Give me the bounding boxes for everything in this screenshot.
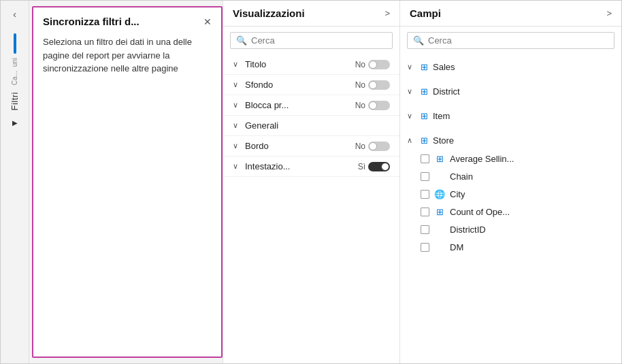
- collapse-arrow[interactable]: ‹: [10, 6, 19, 22]
- viz-item-chevron: ∨: [233, 121, 241, 130]
- toggle-track[interactable]: [368, 142, 390, 151]
- field-item-name: City: [450, 189, 465, 199]
- viz-item-chevron: ∨: [233, 60, 241, 69]
- field-checkbox[interactable]: [421, 208, 429, 216]
- toggle-knob: [381, 163, 389, 171]
- field-group-header[interactable]: ∨ ⊞ Sales: [407, 57, 615, 76]
- viz-item-toggle[interactable]: Sì: [358, 162, 390, 171]
- viz-item-chevron: ∨: [233, 101, 241, 110]
- toggle-label: Sì: [358, 162, 365, 171]
- viz-list-item[interactable]: ∨ Blocca pr... No: [223, 95, 399, 116]
- viz-list-item[interactable]: ∨ Bordo No: [223, 136, 399, 156]
- viz-item-name: Intestazio...: [245, 161, 354, 171]
- sync-panel-close-button[interactable]: ✕: [203, 16, 212, 27]
- table-icon: ⊞: [433, 205, 446, 218]
- campi-search-input[interactable]: [428, 35, 608, 46]
- field-group-header[interactable]: ∧ ⊞ Store: [407, 131, 615, 150]
- table-icon: ⊞: [418, 85, 430, 97]
- field-item[interactable]: DM: [407, 238, 615, 256]
- toggle-knob: [369, 142, 377, 150]
- toggle-track[interactable]: [368, 60, 390, 69]
- viz-list-item[interactable]: ∨ Titolo No: [223, 54, 399, 75]
- sync-panel-description: Seleziona un filtro dei dati in una dell…: [43, 35, 212, 76]
- field-group-header[interactable]: ∨ ⊞ District: [407, 82, 615, 101]
- viz-items-list: ∨ Titolo No ∨ Sfondo No: [223, 54, 399, 363]
- sync-panel-title: Sincronizza filtri d...: [43, 16, 140, 27]
- left-sidebar: ‹ uni Ca... Filtri ▶: [1, 1, 29, 363]
- toggle-track[interactable]: [368, 101, 390, 110]
- campi-panel: Campi > 🔍 ∨ ⊞ Sales ∨ ⊞ District ∨ ⊞ Ite…: [400, 1, 621, 363]
- active-indicator: [14, 33, 16, 54]
- field-group-header[interactable]: ∨ ⊞ Item: [407, 106, 615, 125]
- viz-item-chevron: ∨: [233, 142, 241, 150]
- viz-item-toggle[interactable]: No: [355, 101, 390, 110]
- field-item[interactable]: ⊞ Average Sellin...: [407, 150, 615, 167]
- toggle-knob: [369, 81, 377, 89]
- viz-search-icon: 🔍: [236, 35, 247, 46]
- viz-item-name: Blocca pr...: [245, 100, 351, 110]
- table-icon: ⊞: [433, 152, 446, 165]
- field-checkbox[interactable]: [421, 172, 429, 181]
- toggle-label: No: [355, 142, 365, 151]
- viz-list-item[interactable]: ∨ Sfondo No: [223, 75, 399, 95]
- field-checkbox[interactable]: [421, 243, 429, 252]
- viz-item-chevron: ∨: [233, 80, 241, 89]
- field-group-name: Store: [433, 135, 454, 146]
- field-item-name: Count of Ope...: [450, 207, 510, 217]
- group-chevron: ∨: [407, 87, 415, 96]
- toggle-label: No: [355, 80, 365, 90]
- expand-icon[interactable]: ▶: [12, 119, 18, 127]
- filtri-label: Filtri: [10, 92, 20, 111]
- field-checkbox[interactable]: [421, 190, 429, 199]
- group-chevron: ∨: [407, 63, 415, 71]
- main-window: ‹ uni Ca... Filtri ▶ Sincronizza filtri …: [0, 0, 622, 364]
- campi-panel-arrow[interactable]: >: [606, 8, 612, 18]
- field-group: ∨ ⊞ District: [400, 79, 621, 103]
- globe-icon: 🌐: [433, 188, 446, 200]
- viz-search-input[interactable]: [251, 35, 387, 46]
- toggle-track[interactable]: [368, 80, 390, 90]
- main-content: Visualizzazioni > 🔍 ∨ Titolo No: [223, 1, 621, 363]
- toggle-knob: [369, 101, 377, 110]
- viz-item-toggle[interactable]: No: [355, 80, 390, 90]
- campi-panel-header: Campi >: [400, 1, 621, 27]
- field-item[interactable]: ⊞ Count of Ope...: [407, 203, 615, 220]
- field-item[interactable]: 🌐 City: [407, 185, 615, 203]
- group-chevron: ∧: [407, 136, 415, 145]
- field-checkbox[interactable]: [421, 225, 429, 234]
- table-icon: ⊞: [418, 61, 430, 73]
- table-icon: ⊞: [418, 134, 430, 146]
- campi-panel-title: Campi: [410, 7, 441, 19]
- viz-list-item[interactable]: ∨ Generali: [223, 116, 399, 136]
- campi-search-icon: 🔍: [413, 35, 424, 46]
- viz-item-name: Sfondo: [245, 80, 351, 90]
- field-item[interactable]: DistrictID: [407, 220, 615, 238]
- viz-item-chevron: ∨: [233, 162, 241, 171]
- viz-panel-title: Visualizzazioni: [233, 7, 305, 19]
- toggle-label: No: [355, 101, 365, 110]
- viz-panel-header: Visualizzazioni >: [223, 1, 399, 27]
- viz-item-name: Generali: [245, 120, 390, 131]
- field-checkbox[interactable]: [421, 154, 429, 163]
- field-group-name: Sales: [433, 62, 455, 72]
- viz-item-toggle[interactable]: No: [355, 60, 390, 69]
- field-item[interactable]: Chain: [407, 167, 615, 185]
- field-group-name: District: [433, 86, 460, 97]
- toggle-label: No: [355, 60, 365, 69]
- field-item-name: Average Sellin...: [450, 154, 514, 164]
- campi-search-box[interactable]: 🔍: [407, 32, 615, 49]
- viz-item-name: Titolo: [245, 59, 351, 69]
- viz-item-toggle[interactable]: No: [355, 142, 390, 151]
- campi-fields-list: ∨ ⊞ Sales ∨ ⊞ District ∨ ⊞ Item ∧ ⊞ Stor…: [400, 54, 621, 363]
- no-icon: [433, 170, 446, 182]
- table-icon: ⊞: [418, 110, 430, 122]
- viz-search-box[interactable]: 🔍: [230, 32, 393, 49]
- group-chevron: ∨: [407, 112, 415, 120]
- visualizations-panel: Visualizzazioni > 🔍 ∨ Titolo No: [223, 1, 400, 363]
- viz-list-item[interactable]: ∨ Intestazio... Sì: [223, 156, 399, 177]
- sidebar-label-ca: Ca...: [11, 71, 18, 85]
- field-group: ∧ ⊞ Store ⊞ Average Sellin... Chain 🌐 Ci…: [400, 128, 621, 259]
- viz-panel-arrow[interactable]: >: [384, 8, 390, 18]
- toggle-track[interactable]: [368, 162, 390, 171]
- field-item-name: DM: [450, 242, 463, 252]
